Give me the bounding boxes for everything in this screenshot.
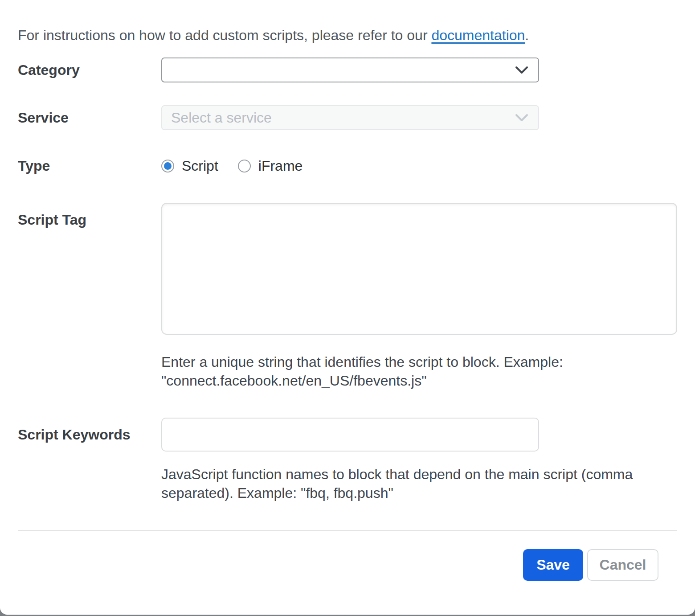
type-radio-group: Script iFrame	[161, 158, 677, 174]
script-tag-label: Script Tag	[18, 203, 161, 228]
radio-option-script[interactable]: Script	[161, 158, 218, 174]
instructions-text: For instructions on how to add custom sc…	[18, 0, 677, 45]
category-row: Category	[18, 57, 677, 82]
category-select[interactable]	[161, 57, 539, 82]
script-tag-textarea[interactable]	[161, 203, 677, 335]
radio-iframe-label: iFrame	[258, 158, 303, 174]
script-tag-row: Script Tag Enter a unique string that id…	[18, 203, 677, 390]
chevron-down-icon	[515, 114, 528, 122]
script-keywords-row: Script Keywords	[18, 418, 677, 452]
documentation-link[interactable]: documentation	[431, 27, 525, 43]
radio-selected-icon	[161, 160, 174, 172]
script-keywords-input[interactable]	[161, 418, 539, 452]
instructions-text-after: .	[525, 27, 529, 43]
category-label: Category	[18, 62, 161, 78]
dialog-footer: Save Cancel	[0, 549, 695, 581]
cancel-button[interactable]: Cancel	[587, 549, 658, 581]
service-row: Service	[18, 105, 677, 130]
footer-divider	[18, 530, 677, 531]
service-label: Service	[18, 110, 161, 126]
type-label: Type	[18, 158, 161, 174]
script-keywords-label: Script Keywords	[18, 427, 161, 443]
script-keywords-help-text: JavaScript function names to block that …	[161, 465, 677, 502]
service-select-input[interactable]	[171, 106, 511, 129]
radio-unselected-icon	[238, 160, 251, 172]
chevron-down-icon	[515, 66, 528, 74]
service-select[interactable]	[161, 105, 539, 130]
save-button[interactable]: Save	[523, 549, 583, 581]
radio-script-label: Script	[182, 158, 218, 174]
type-row: Type Script iFrame	[18, 158, 677, 174]
add-custom-script-dialog: For instructions on how to add custom sc…	[0, 0, 695, 615]
radio-option-iframe[interactable]: iFrame	[238, 158, 303, 174]
script-tag-help-text: Enter a unique string that identifies th…	[161, 353, 677, 390]
instructions-text-before: For instructions on how to add custom sc…	[18, 27, 431, 43]
